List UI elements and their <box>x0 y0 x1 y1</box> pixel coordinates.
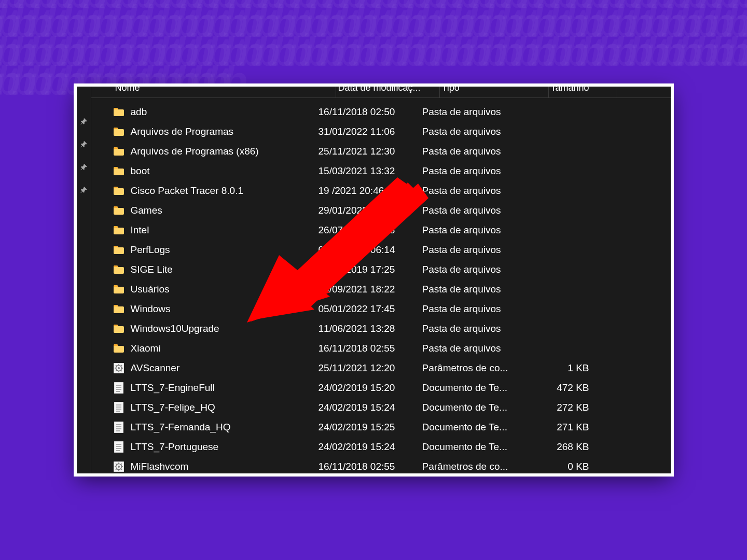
file-row[interactable]: Arquivos de Programas (x86)25/11/2021 12… <box>105 142 671 161</box>
file-size: 272 KB <box>531 402 599 413</box>
file-type: Pasta de arquivos <box>422 205 531 216</box>
file-name: Games <box>131 205 162 216</box>
file-name: LTTS_7-EngineFull <box>131 382 215 394</box>
file-type: Pasta de arquivos <box>422 146 531 157</box>
file-row[interactable]: Cisco Packet Tracer 8.0.119 /2021 20:46P… <box>105 181 671 201</box>
file-date: 15/03/2021 13:32 <box>319 165 422 177</box>
file-date: 25/11/2021 12:30 <box>319 146 422 157</box>
file-explorer-window: Nome Data de modificaç... Tipo Tamanho a… <box>77 87 671 473</box>
file-name: Xiaomi <box>131 343 161 354</box>
file-type: Documento de Te... <box>422 422 531 433</box>
file-name: Cisco Packet Tracer 8.0.1 <box>131 185 244 197</box>
file-row[interactable]: AVScanner25/11/2021 12:20Parâmetros de c… <box>105 358 671 378</box>
file-row[interactable]: LTTS_7-Fernanda_HQ24/02/2019 15:25Docume… <box>105 417 671 437</box>
file-type: Parâmetros de co... <box>422 362 531 374</box>
file-name: Usuários <box>131 284 170 295</box>
file-row[interactable]: SIGE Lite18/10/2019 17:25Pasta de arquiv… <box>105 260 671 279</box>
file-date: 16/11/2018 02:50 <box>319 106 422 118</box>
file-row[interactable]: Arquivos de Programas31/01/2022 11:06Pas… <box>105 122 671 142</box>
file-type: Documento de Te... <box>422 402 531 413</box>
file-type: Documento de Te... <box>422 382 531 394</box>
file-type: Documento de Te... <box>422 441 531 453</box>
settings-file-icon <box>113 461 125 472</box>
svg-point-33 <box>118 466 120 468</box>
file-size: 472 KB <box>531 382 599 394</box>
file-name: SIGE Lite <box>131 264 173 275</box>
file-date: 24/02/2019 15:24 <box>319 441 422 453</box>
folder-icon <box>113 165 125 177</box>
file-type: Parâmetros de co... <box>422 461 531 472</box>
file-date: 16/11/2018 02:55 <box>319 461 422 472</box>
file-name: Arquivos de Programas <box>131 126 234 137</box>
file-type: Pasta de arquivos <box>422 185 531 197</box>
svg-point-2 <box>118 367 120 369</box>
folder-icon <box>113 284 125 295</box>
folder-icon <box>113 343 125 354</box>
quick-access-rail <box>77 87 91 473</box>
folder-icon <box>113 106 125 118</box>
settings-file-icon <box>113 362 125 374</box>
file-name: boot <box>131 165 150 177</box>
file-date: 18/10/2019 17:25 <box>319 264 422 275</box>
svg-rect-21 <box>114 422 123 433</box>
file-date: 29/01/2022 18:07 <box>319 205 422 216</box>
file-name: LTTS_7-Portuguese <box>131 441 219 453</box>
file-date: 24/02/2019 15:20 <box>319 382 422 394</box>
file-size: 271 KB <box>531 422 599 433</box>
file-type: Pasta de arquivos <box>422 284 531 295</box>
file-date: 16/11/2018 02:55 <box>319 343 422 354</box>
text-file-icon <box>113 441 125 453</box>
file-date: 19 /2021 20:46 <box>319 185 422 197</box>
folder-icon <box>113 303 125 315</box>
file-row[interactable]: LTTS_7-Felipe_HQ24/02/2019 15:24Document… <box>105 398 671 417</box>
file-type: Pasta de arquivos <box>422 225 531 236</box>
file-date: 25/11/2021 12:20 <box>319 362 422 374</box>
file-row[interactable]: Usuários29/09/2021 18:22Pasta de arquivo… <box>105 279 671 299</box>
file-row[interactable]: Windows10Upgrade11/06/2021 13:28Pasta de… <box>105 319 671 339</box>
file-name: MiFlashvcom <box>131 461 189 472</box>
file-row[interactable]: PerfLogs07/12/2019 06:14Pasta de arquivo… <box>105 240 671 260</box>
file-name: Windows10Upgrade <box>131 323 219 334</box>
svg-rect-26 <box>114 441 123 453</box>
file-row[interactable]: Intel26/07/2017 22:18Pasta de arquivos <box>105 220 671 240</box>
folder-icon <box>113 146 125 157</box>
file-row[interactable]: adb16/11/2018 02:50Pasta de arquivos <box>105 102 671 122</box>
file-date: 26/07/2017 22:18 <box>319 225 422 236</box>
file-date: 07/12/2019 06:14 <box>319 244 422 256</box>
svg-rect-16 <box>114 402 123 413</box>
pin-icon <box>80 118 87 125</box>
file-date: 11/06/2021 13:28 <box>319 323 422 334</box>
column-header-date[interactable]: Data de modificaç... <box>336 87 440 97</box>
file-name: Windows <box>131 303 171 315</box>
file-size: 268 KB <box>531 441 599 453</box>
file-row[interactable]: LTTS_7-EngineFull24/02/2019 15:20Documen… <box>105 378 671 398</box>
file-row[interactable]: Windows05/01/2022 17:45Pasta de arquivos <box>105 299 671 319</box>
file-row[interactable]: LTTS_7-Portuguese24/02/2019 15:24Documen… <box>105 437 671 457</box>
file-name: Intel <box>131 225 149 236</box>
pin-icon <box>80 186 87 193</box>
column-header-name[interactable]: Nome <box>113 87 336 97</box>
file-size: 0 KB <box>531 461 599 472</box>
file-list: adb16/11/2018 02:50Pasta de arquivos Arq… <box>91 98 671 473</box>
folder-icon <box>113 126 125 137</box>
file-row[interactable]: Games29/01/2022 18:07Pasta de arquivos <box>105 201 671 220</box>
file-row[interactable]: Xiaomi16/11/2018 02:55Pasta de arquivos <box>105 339 671 358</box>
svg-rect-11 <box>114 382 123 394</box>
file-name: LTTS_7-Fernanda_HQ <box>131 422 231 433</box>
file-row[interactable]: MiFlashvcom16/11/2018 02:55Parâmetros de… <box>105 457 671 473</box>
file-date: 05/01/2022 17:45 <box>319 303 422 315</box>
folder-icon <box>113 323 125 334</box>
pin-icon <box>80 163 87 171</box>
file-type: Pasta de arquivos <box>422 303 531 315</box>
column-header-size[interactable]: Tamanho <box>549 87 616 97</box>
file-date: 31/01/2022 11:06 <box>319 126 422 137</box>
file-type: Pasta de arquivos <box>422 323 531 334</box>
folder-icon <box>113 185 125 197</box>
folder-icon <box>113 225 125 236</box>
file-name: PerfLogs <box>131 244 170 256</box>
file-type: Pasta de arquivos <box>422 106 531 118</box>
file-name: LTTS_7-Felipe_HQ <box>131 402 215 413</box>
file-row[interactable]: boot15/03/2021 13:32Pasta de arquivos <box>105 161 671 181</box>
file-list-panel: Nome Data de modificaç... Tipo Tamanho a… <box>91 87 671 473</box>
column-header-type[interactable]: Tipo <box>440 87 549 97</box>
